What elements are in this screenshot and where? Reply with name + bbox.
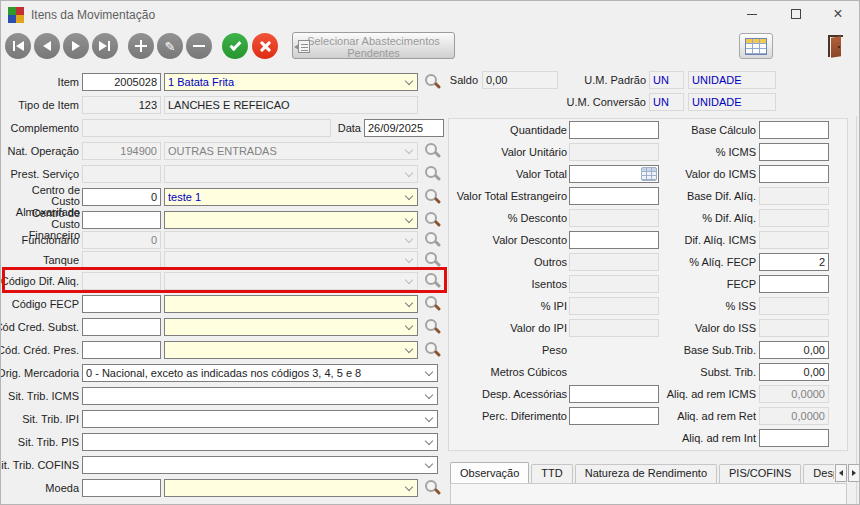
fecp-field[interactable]: [759, 275, 829, 293]
codigo-fecp-code-field[interactable]: [82, 295, 161, 313]
add-button[interactable]: [128, 33, 154, 59]
sit-trib-ipi-combo[interactable]: [82, 410, 438, 428]
tipo-item-field: LANCHES E REFEICAO: [164, 96, 418, 114]
select-pending-supplies-button[interactable]: Selecionar Abastecimentos Pendentes: [292, 32, 455, 59]
field-label: Aliq. ad rem Int: [651, 432, 756, 444]
valor-total-estrangeiro-field[interactable]: [569, 187, 659, 205]
sit-trib-pis-combo[interactable]: [82, 433, 438, 451]
tab-content-panel: [450, 483, 847, 505]
valor-icms-field[interactable]: [759, 165, 829, 183]
valor-desconto-field[interactable]: [569, 231, 659, 249]
sit-trib-cofins-combo[interactable]: [82, 456, 438, 474]
desp-acessorias-field[interactable]: [569, 385, 659, 403]
field-label: Cód Cred. Subst.: [0, 321, 79, 333]
previous-record-button[interactable]: [34, 33, 60, 59]
cc-almoxarifado-code-field[interactable]: 0: [82, 188, 161, 206]
tab-scroll-left-button[interactable]: [835, 464, 847, 482]
funcionario-code-field: 0: [82, 231, 161, 249]
perc-diferimento-field[interactable]: [569, 407, 659, 425]
close-button[interactable]: ×: [821, 1, 855, 27]
subst-trib-field[interactable]: 0,00: [759, 363, 829, 381]
maximize-button[interactable]: [779, 1, 813, 27]
um-conversao-value-field: UNIDADE: [688, 93, 776, 111]
data-field[interactable]: 26/09/2025: [364, 119, 444, 137]
moeda-search-icon[interactable]: [422, 479, 442, 497]
first-record-button[interactable]: [5, 33, 31, 59]
item-search-icon[interactable]: [422, 73, 442, 91]
cod-cred-subst-search-icon[interactable]: [422, 318, 442, 336]
exit-button[interactable]: [821, 32, 849, 60]
tab-pis-cofins[interactable]: PIS/COFINS: [719, 464, 801, 483]
outros-field: [569, 253, 659, 271]
saldo-field: 0,00: [482, 71, 558, 89]
x-icon: [259, 40, 271, 52]
base-sub-trib-field[interactable]: 0,00: [759, 341, 829, 359]
codigo-fecp-combo[interactable]: [164, 295, 418, 313]
field-label: Dif. Alíq. ICMS: [651, 234, 756, 246]
tanque-code-field: [82, 251, 161, 269]
um-padrao-label: U.M. Padrão: [561, 74, 646, 86]
cod-cred-pres-combo[interactable]: [164, 341, 418, 359]
field-label: Base Sub.Trib.: [651, 344, 756, 356]
codigo-fecp-search-icon[interactable]: [422, 295, 442, 313]
valor-unitario-field: [569, 143, 659, 161]
perc-icms-field[interactable]: [759, 143, 829, 161]
tab-observacao[interactable]: Observação: [450, 462, 529, 483]
aliq-ad-rem-int-field[interactable]: [759, 429, 829, 447]
perc-ipi-field: [569, 297, 659, 315]
minimize-button[interactable]: [735, 1, 769, 27]
tab-despesa[interactable]: Despesa: [803, 464, 834, 483]
tab-natureza-rendimento[interactable]: Natureza de Rendimento: [575, 464, 717, 483]
cancel-button[interactable]: [252, 33, 278, 59]
field-label: Aliq. ad rem ICMS: [651, 388, 756, 400]
row-sit-trib-ipi: Sit. Trib. IPI: [1, 410, 447, 428]
toolbar: ✎ Selecionar Abastecimentos Pendentes: [1, 29, 859, 63]
cc-financeiro-code-field[interactable]: [82, 211, 161, 229]
item-combo[interactable]: 1 Batata Frita: [164, 73, 418, 91]
cc-almoxarifado-combo[interactable]: teste 1: [164, 188, 418, 206]
window-title: Itens da Movimentação: [31, 8, 155, 22]
cod-cred-subst-combo[interactable]: [164, 318, 418, 336]
prest-servico-combo: [164, 165, 418, 183]
moeda-code-field[interactable]: [82, 479, 161, 497]
row-nat-operacao: Nat. Operação 194900 OUTRAS ENTRADAS: [1, 142, 447, 160]
edit-button[interactable]: ✎: [157, 33, 183, 59]
base-calculo-field[interactable]: [759, 121, 829, 139]
tab-ttd[interactable]: TTD: [531, 464, 572, 483]
field-label: Sit. Trib. COFINS: [0, 459, 79, 471]
valor-iss-field: [759, 319, 829, 337]
cc-financeiro-combo[interactable]: [164, 211, 418, 229]
cc-financeiro-search-icon[interactable]: [422, 211, 442, 229]
field-label: Perc. Diferimento: [449, 410, 567, 422]
field-label: Moeda: [0, 482, 79, 494]
field-label: Valor do ICMS: [651, 168, 756, 180]
funcionario-combo: [164, 231, 418, 249]
item-code-field[interactable]: 2005028: [82, 73, 161, 91]
check-icon: [229, 38, 241, 50]
tanque-search-icon: [422, 251, 442, 269]
table-icon: [745, 38, 767, 55]
moeda-combo[interactable]: [164, 479, 418, 497]
row-codigo-dif-aliq: Código Dif. Aliq.: [1, 272, 447, 290]
orig-mercadoria-combo[interactable]: 0 - Nacional, exceto as indicadas nos có…: [82, 364, 438, 382]
tab-scroll-right-button[interactable]: [848, 464, 860, 482]
field-label: Tanque: [0, 254, 79, 266]
grid-view-button[interactable]: [739, 33, 773, 59]
perc-aliq-fecp-field[interactable]: 2: [759, 253, 829, 271]
field-label: Base Dif. Alíq.: [651, 190, 756, 202]
nat-operacao-search-icon: [422, 142, 442, 160]
cod-cred-pres-search-icon[interactable]: [422, 341, 442, 359]
aliq-ad-rem-icms-field: 0,0000: [759, 385, 829, 403]
quantidade-field[interactable]: [569, 121, 659, 139]
next-record-button[interactable]: [63, 33, 89, 59]
sit-trib-icms-combo[interactable]: [82, 387, 438, 405]
field-label: Prest. Serviço: [0, 168, 79, 180]
valor-total-field[interactable]: [569, 165, 659, 183]
cc-almoxarifado-search-icon[interactable]: [422, 188, 442, 206]
delete-button[interactable]: [186, 33, 212, 59]
cod-cred-pres-code-field[interactable]: [82, 341, 161, 359]
confirm-button[interactable]: [222, 33, 248, 59]
field-label: Valor Total: [449, 168, 567, 180]
last-record-button[interactable]: [92, 33, 118, 59]
cod-cred-subst-code-field[interactable]: [82, 318, 161, 336]
